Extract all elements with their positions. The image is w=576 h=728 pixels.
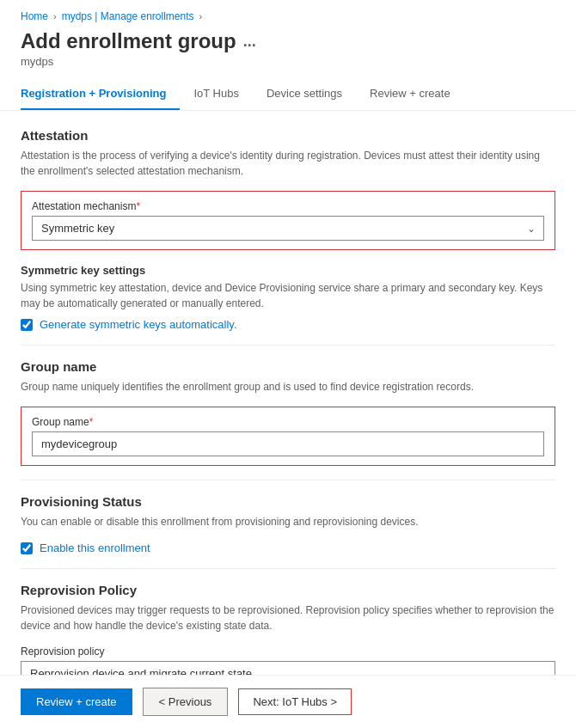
- page-header: Add enrollment group ... mydps: [0, 26, 576, 68]
- tab-iot-hubs[interactable]: IoT Hubs: [180, 78, 253, 110]
- reprovision-desc: Provisioned devices may trigger requests…: [21, 603, 555, 633]
- mechanism-select-wrapper: Symmetric key X.509 certificates TPM ⌄: [32, 216, 544, 241]
- breadcrumb-sep-2: ›: [199, 11, 203, 21]
- breadcrumb-sep-1: ›: [53, 11, 57, 21]
- review-create-button[interactable]: Review + create: [21, 688, 132, 715]
- auto-generate-keys-label[interactable]: Generate symmetric keys automatically.: [40, 318, 237, 331]
- reprovision-title: Reprovision Policy: [21, 583, 555, 597]
- divider-2: [21, 480, 555, 480]
- group-name-field-group: Group name*: [21, 407, 555, 466]
- previous-button[interactable]: < Previous: [143, 688, 229, 716]
- mechanism-required: *: [136, 200, 140, 212]
- breadcrumb-mydps[interactable]: mydps | Manage enrollments: [62, 10, 194, 22]
- mechanism-label: Attestation mechanism*: [32, 200, 544, 212]
- divider-1: [21, 345, 555, 346]
- symmetric-key-desc: Using symmetric key attestation, device …: [21, 280, 555, 311]
- page-title-more[interactable]: ...: [243, 33, 256, 51]
- attestation-section: Attestation Attestation is the process o…: [21, 128, 555, 331]
- page-title-text: Add enrollment group: [21, 29, 236, 53]
- group-name-required: *: [89, 416, 94, 428]
- auto-generate-keys-row: Generate symmetric keys automatically.: [21, 318, 555, 331]
- reprovision-policy-label: Reprovision policy: [21, 645, 555, 658]
- page-subtitle: mydps: [21, 55, 555, 68]
- group-name-desc: Group name uniquely identifies the enrol…: [21, 379, 555, 395]
- tabs-bar: Registration + Provisioning IoT Hubs Dev…: [0, 78, 576, 111]
- reprovision-section: Reprovision Policy Provisioned devices m…: [21, 583, 555, 686]
- group-name-label: Group name*: [32, 416, 544, 428]
- tab-device-settings[interactable]: Device settings: [253, 78, 356, 110]
- attestation-desc: Attestation is the process of verifying …: [21, 148, 555, 179]
- group-name-input[interactable]: [32, 431, 544, 456]
- breadcrumb: Home › mydps | Manage enrollments ›: [0, 0, 576, 26]
- breadcrumb-home[interactable]: Home: [21, 10, 48, 22]
- group-name-title: Group name: [21, 359, 555, 374]
- divider-3: [21, 568, 555, 569]
- enable-enrollment-label[interactable]: Enable this enrollment: [40, 541, 150, 554]
- group-name-section: Group name Group name uniquely identifie…: [21, 359, 555, 466]
- attestation-title: Attestation: [21, 128, 555, 143]
- provisioning-status-title: Provisioning Status: [21, 494, 555, 509]
- enable-enrollment-row: Enable this enrollment: [21, 541, 555, 554]
- tab-registration-provisioning[interactable]: Registration + Provisioning: [21, 78, 180, 110]
- provisioning-status-desc: You can enable or disable this enrollmen…: [21, 514, 555, 529]
- auto-generate-keys-checkbox[interactable]: [21, 319, 33, 331]
- provisioning-status-section: Provisioning Status You can enable or di…: [21, 494, 555, 554]
- enable-enrollment-checkbox[interactable]: [21, 542, 33, 554]
- tab-review-create[interactable]: Review + create: [356, 78, 464, 110]
- next-button[interactable]: Next: IoT Hubs >: [238, 688, 352, 715]
- footer: Review + create < Previous Next: IoT Hub…: [0, 675, 576, 728]
- main-content: Attestation Attestation is the process o…: [0, 111, 576, 728]
- symmetric-key-settings: Symmetric key settings Using symmetric k…: [21, 264, 555, 331]
- symmetric-key-title: Symmetric key settings: [21, 264, 555, 277]
- mechanism-select[interactable]: Symmetric key X.509 certificates TPM: [32, 216, 544, 241]
- attestation-mechanism-group: Attestation mechanism* Symmetric key X.5…: [21, 191, 555, 250]
